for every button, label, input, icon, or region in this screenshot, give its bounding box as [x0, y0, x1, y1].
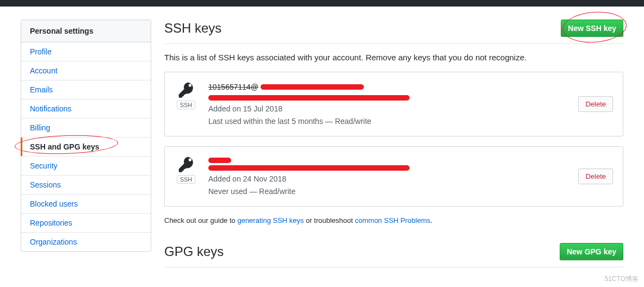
- guide-suffix: .: [430, 216, 432, 224]
- sidebar-item-label: Profile: [30, 47, 52, 56]
- delete-ssh-key-button[interactable]: Delete: [578, 169, 613, 184]
- redacted-text: [208, 165, 410, 171]
- sidebar-item-organizations[interactable]: Organizations: [21, 233, 151, 251]
- redacted-text: [261, 84, 364, 90]
- sidebar-item-account[interactable]: Account: [21, 61, 151, 80]
- ssh-section-title: SSH keys: [164, 21, 221, 36]
- sidebar-item-label: Repositories: [30, 219, 72, 227]
- sidebar-item-label: Notifications: [30, 104, 71, 113]
- key-icon: [177, 81, 195, 98]
- key-type-badge: SSH: [177, 101, 196, 109]
- global-topbar: [0, 0, 644, 7]
- ssh-description: This is a list of SSH keys associated wi…: [164, 53, 623, 62]
- sidebar-item-label: SSH and GPG keys: [30, 142, 100, 151]
- ssh-guide-text: Check out our guide to generating SSH ke…: [164, 216, 623, 224]
- sidebar-item-label: Organizations: [30, 238, 77, 246]
- key-details: 1015657114@ Added on 15 Jul 2018 Last us…: [208, 81, 567, 127]
- page-container: Personal settings Profile Account Emails…: [12, 7, 632, 267]
- sidebar-item-billing[interactable]: Billing: [21, 118, 151, 138]
- main-content: SSH keys New SSH key This is a list of S…: [164, 20, 623, 267]
- sidebar-item-label: Blocked users: [30, 199, 78, 208]
- ssh-key-item: SSH Added on 24 Nov 2018 Never used — Re…: [164, 146, 623, 207]
- redacted-text: [208, 95, 410, 101]
- sidebar-item-label: Billing: [30, 123, 50, 132]
- key-added-date: Added on 15 Jul 2018: [208, 103, 567, 115]
- key-added-date: Added on 24 Nov 2018: [208, 173, 567, 185]
- generating-ssh-keys-link[interactable]: generating SSH keys: [237, 216, 304, 224]
- common-ssh-problems-link[interactable]: common SSH Problems: [355, 216, 431, 224]
- new-gpg-key-button[interactable]: New GPG key: [560, 243, 623, 260]
- sidebar-header: Personal settings: [21, 20, 151, 42]
- sidebar-item-notifications[interactable]: Notifications: [21, 99, 151, 118]
- settings-sidebar: Personal settings Profile Account Emails…: [21, 20, 151, 252]
- delete-ssh-key-button[interactable]: Delete: [578, 96, 613, 112]
- sidebar-item-label: Security: [30, 161, 58, 170]
- key-visual: SSH: [175, 81, 197, 109]
- redacted-text: [208, 158, 231, 163]
- guide-middle: or troubleshoot: [304, 216, 355, 224]
- sidebar-item-label: Sessions: [30, 180, 61, 189]
- key-icon: [177, 155, 195, 173]
- key-last-used: Last used within the last 5 months — Rea…: [208, 115, 567, 127]
- key-last-used: Never used — Read/write: [208, 185, 567, 197]
- sidebar-item-security[interactable]: Security: [21, 157, 151, 176]
- guide-prefix: Check out our guide to: [164, 216, 237, 224]
- new-ssh-key-button[interactable]: New SSH key: [561, 20, 623, 37]
- sidebar-item-label: Account: [30, 66, 58, 75]
- sidebar-item-repositories[interactable]: Repositories: [21, 214, 151, 233]
- sidebar-item-ssh-gpg-keys[interactable]: SSH and GPG keys: [21, 138, 151, 157]
- key-type-badge: SSH: [177, 175, 196, 184]
- sidebar-item-label: Emails: [30, 85, 53, 94]
- ssh-key-item: SSH 1015657114@ Added on 15 Jul 2018 Las…: [164, 72, 623, 136]
- gpg-section-header: GPG keys New GPG key: [164, 243, 623, 267]
- key-visual: SSH: [175, 155, 197, 184]
- ssh-section-header: SSH keys New SSH key: [164, 20, 623, 44]
- gpg-section-title: GPG keys: [164, 244, 224, 259]
- key-details: Added on 24 Nov 2018 Never used — Read/w…: [208, 155, 567, 197]
- sidebar-item-blocked-users[interactable]: Blocked users: [21, 195, 151, 214]
- sidebar-item-sessions[interactable]: Sessions: [21, 176, 151, 195]
- sidebar-item-emails[interactable]: Emails: [21, 80, 151, 99]
- sidebar-item-profile[interactable]: Profile: [21, 42, 151, 61]
